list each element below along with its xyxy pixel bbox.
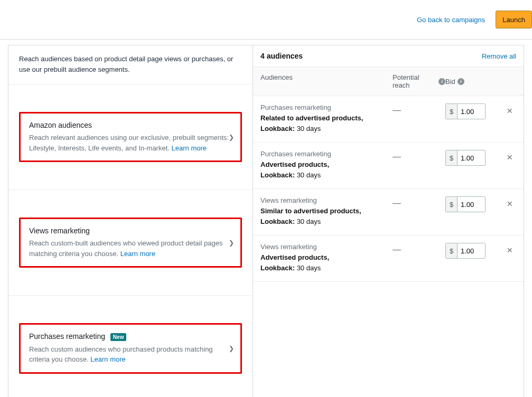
- card-title: Purchases remarketing New: [29, 332, 232, 341]
- reach-cell: —: [393, 196, 445, 208]
- table-row: Views remarketingSimilar to advertised p…: [253, 189, 524, 235]
- currency-symbol: $: [446, 243, 458, 258]
- reach-cell: —: [393, 150, 445, 162]
- currency-symbol: $: [446, 104, 458, 119]
- chevron-right-icon: ❯: [229, 239, 234, 247]
- audience-detail: Advertised products,Lookback: 30 days: [260, 252, 393, 273]
- audience-cell: Views remarketingAdvertised products,Loo…: [260, 243, 393, 273]
- table-row: Purchases remarketingRelated to advertis…: [253, 96, 524, 143]
- col-header-bid: Bid i: [445, 73, 503, 89]
- remove-row-button[interactable]: ✕: [503, 243, 516, 254]
- card-description: Reach custom-built audiences who viewed …: [29, 238, 232, 259]
- card-wrap-amazon-audiences: Amazon audiences Reach relevant audience…: [8, 84, 253, 190]
- audience-type: Purchases remarketing: [260, 103, 393, 111]
- bid-cell: $: [445, 103, 503, 119]
- card-wrap-purchases-remarketing: Purchases remarketing New Reach custom a…: [8, 296, 253, 397]
- chevron-right-icon: ❯: [229, 345, 234, 352]
- bid-cell: $: [445, 243, 503, 259]
- audience-detail: Advertised products,Lookback: 30 days: [260, 159, 393, 180]
- back-to-campaigns-link[interactable]: Go back to campaigns: [417, 16, 485, 24]
- card-description: Reach relevant audiences using our exclu…: [29, 133, 232, 153]
- card-purchases-remarketing[interactable]: Purchases remarketing New Reach custom a…: [19, 323, 242, 374]
- learn-more-link[interactable]: Learn more: [120, 250, 155, 258]
- table-row: Purchases remarketingAdvertised products…: [253, 143, 524, 189]
- bid-input[interactable]: [458, 104, 485, 119]
- bid-input[interactable]: [458, 150, 485, 165]
- remove-row-button[interactable]: ✕: [503, 196, 516, 208]
- reach-cell: —: [393, 243, 445, 254]
- selected-audiences-panel: 4 audiences Remove all Audiences Potenti…: [253, 45, 524, 397]
- audiences-count: 4 audiences: [260, 52, 303, 60]
- bid-input-group: $: [445, 150, 486, 166]
- card-title-text: Purchases remarketing: [29, 332, 105, 341]
- reach-label: Potential reach: [393, 73, 436, 89]
- audience-type-panel: Reach audiences based on product detail …: [8, 45, 253, 397]
- audience-rows: Purchases remarketingRelated to advertis…: [253, 96, 524, 282]
- chevron-right-icon: ❯: [229, 134, 234, 141]
- audience-cell: Purchases remarketingRelated to advertis…: [260, 103, 393, 134]
- info-icon[interactable]: i: [438, 78, 445, 85]
- bid-cell: $: [445, 196, 503, 212]
- card-title: Amazon audiences: [29, 121, 232, 129]
- audience-type: Views remarketing: [260, 196, 393, 204]
- col-header-remove: [503, 73, 516, 89]
- intro-text: Reach audiences based on product detail …: [8, 45, 253, 84]
- remove-all-link[interactable]: Remove all: [482, 52, 516, 60]
- card-description: Reach custom audiences who purchased pro…: [29, 344, 232, 365]
- top-bar: Go back to campaigns Launch: [0, 0, 532, 40]
- remove-row-button[interactable]: ✕: [503, 150, 516, 162]
- bid-input[interactable]: [458, 197, 485, 212]
- audience-detail: Similar to advertised products,Lookback:…: [260, 206, 393, 226]
- audience-detail: Related to advertised products,Lookback:…: [260, 113, 393, 134]
- table-row: Views remarketingAdvertised products,Loo…: [253, 235, 524, 282]
- reach-cell: —: [393, 103, 445, 115]
- bid-input[interactable]: [458, 243, 485, 258]
- currency-symbol: $: [446, 150, 458, 165]
- launch-button[interactable]: Launch: [496, 11, 532, 29]
- learn-more-link[interactable]: Learn more: [90, 355, 125, 363]
- currency-symbol: $: [446, 197, 458, 212]
- remove-row-button[interactable]: ✕: [503, 103, 516, 115]
- bid-input-group: $: [445, 243, 486, 259]
- bid-input-group: $: [445, 196, 486, 212]
- learn-more-link[interactable]: Learn more: [172, 144, 207, 152]
- col-header-reach: Potential reach i: [393, 73, 445, 89]
- new-badge: New: [110, 333, 127, 341]
- bid-cell: $: [445, 150, 503, 166]
- card-amazon-audiences[interactable]: Amazon audiences Reach relevant audience…: [19, 112, 242, 162]
- table-header: Audiences Potential reach i Bid i: [253, 67, 524, 96]
- bid-input-group: $: [445, 103, 486, 119]
- audience-type: Views remarketing: [260, 243, 393, 251]
- audience-cell: Views remarketingSimilar to advertised p…: [260, 196, 393, 226]
- audience-type: Purchases remarketing: [260, 150, 393, 158]
- info-icon[interactable]: i: [458, 78, 464, 85]
- audiences-header: 4 audiences Remove all: [253, 45, 524, 67]
- card-views-remarketing[interactable]: Views remarketing Reach custom-built aud…: [19, 218, 242, 268]
- audience-cell: Purchases remarketingAdvertised products…: [260, 150, 393, 180]
- card-wrap-views-remarketing: Views remarketing Reach custom-built aud…: [8, 190, 253, 296]
- card-title: Views remarketing: [29, 226, 232, 235]
- main-container: Reach audiences based on product detail …: [8, 45, 524, 397]
- bid-label: Bid: [445, 78, 455, 86]
- col-header-audiences: Audiences: [260, 73, 393, 89]
